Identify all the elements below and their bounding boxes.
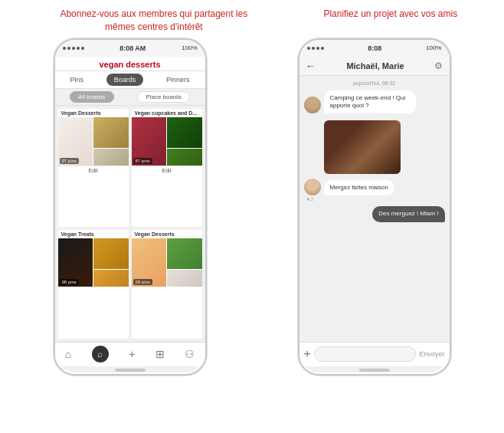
sender-avatar-1 (304, 97, 321, 113)
message-input[interactable] (314, 346, 417, 362)
board-card-vegan-cupcakes[interactable]: Vegan cupcakes and D... 87 pins (132, 109, 202, 227)
board1-title: Vegan Desserts (58, 109, 129, 117)
search-icon[interactable]: ⌕ (92, 346, 109, 362)
board2-images: 87 pins (132, 117, 202, 166)
phone2-screen: ← Michaël, Marie ⚙ aujourd'hui, 08:02 Ca… (299, 57, 450, 366)
board3-pin-count: 98 pins (60, 279, 79, 285)
message-row-2 (304, 118, 445, 174)
board2-main-img: 87 pins (132, 117, 167, 166)
phone2-chat-header: ← Michaël, Marie ⚙ (299, 57, 450, 76)
phone2-battery: 100% (426, 44, 441, 51)
add-icon[interactable]: + (129, 348, 135, 360)
sender-avatar-3 (304, 179, 321, 195)
back-button[interactable]: ← (306, 60, 316, 72)
board3-title: Vegan Treats (58, 230, 129, 238)
message-row-4: Des merguez ! Miam ! (304, 206, 445, 221)
left-caption: Abonnez-vous aux membres qui partagent l… (47, 8, 261, 34)
message-image (324, 120, 401, 174)
board2-edit[interactable]: Edit (132, 166, 202, 175)
board1-edit[interactable]: Edit (58, 166, 129, 175)
board1-pin-count: 97 pins (60, 158, 79, 164)
phone1-subtabs: All boards Place boards (55, 89, 205, 106)
phone1-screen: vegan desserts Pins Boards Pinners All b… (55, 57, 205, 366)
board4-images: 29 pins (132, 238, 202, 287)
board4-main-img: 29 pins (132, 238, 167, 287)
board-card-vegan-treats[interactable]: Vegan Treats 98 pins (58, 230, 129, 339)
home-icon[interactable]: ⌂ (65, 348, 71, 360)
phone1-battery: 100% (182, 44, 197, 51)
right-caption: Planifiez un projet avec vos amis (323, 8, 457, 34)
tab-pinners[interactable]: Pinners (159, 74, 198, 86)
board3-main-img: 98 pins (58, 238, 93, 287)
phone1-home-indicator (115, 369, 146, 372)
profile-icon[interactable]: ⚇ (185, 348, 195, 360)
activity-icon[interactable]: ⊞ (155, 348, 165, 360)
phone2-input-bar: + Envoyer (299, 342, 450, 366)
board2-title: Vegan cupcakes and D... (132, 109, 202, 117)
phone2-status-bar: 8:08 100% (299, 40, 450, 57)
messages-list: aujourd'hui, 08:02 Camping ce week-end !… (299, 76, 450, 342)
chat-contact-name: Michaël, Marie (346, 61, 404, 71)
board3-small-img2 (93, 270, 129, 287)
board4-small-img1 (167, 238, 202, 269)
phone-2: 8:08 100% ← Michaël, Marie ⚙ aujourd'hui… (298, 38, 451, 376)
message-bubble-3: Mergez faîtes maison (324, 180, 394, 195)
board2-pin-count: 87 pins (133, 158, 152, 164)
message-bubble-1: Camping ce week-end ! Qui apporte quoi ? (324, 90, 416, 114)
phone1-tabs: Pins Boards Pinners (55, 71, 205, 89)
phone1-status-bar: 8:08 AM 100% (55, 40, 205, 57)
board4-pin-count: 29 pins (133, 279, 152, 285)
board3-images: 98 pins (58, 238, 129, 287)
message-row-3: Mergez faîtes maison (304, 179, 394, 195)
subtab-all-boards[interactable]: All boards (70, 91, 114, 103)
board4-title: Vegan Desserts (132, 230, 202, 238)
tab-boards[interactable]: Boards (106, 74, 144, 86)
settings-icon[interactable]: ⚙ (434, 61, 443, 71)
board-card-vegan-desserts2[interactable]: Vegan Desserts 29 pins (132, 230, 202, 339)
board2-small-img2 (167, 149, 202, 166)
board1-small-img1 (93, 117, 129, 148)
phone1-search-title: vegan desserts (55, 60, 205, 69)
message-bubble-4: Des merguez ! Miam ! (372, 206, 444, 221)
phone2-time: 8:08 (368, 44, 381, 52)
board-card-vegan-desserts[interactable]: Vegan Desserts 97 pins Edit (58, 109, 129, 227)
signal-dots (63, 47, 84, 50)
board3-small-img1 (93, 238, 129, 269)
message-row-3-container: Mergez faîtes maison ♥ 2 (304, 179, 445, 202)
message-timestamp: aujourd'hui, 08:02 (304, 80, 445, 86)
board4-small-img2 (167, 270, 202, 287)
send-button[interactable]: Envoyer (419, 350, 444, 358)
board2-small-img1 (167, 117, 202, 148)
phone1-nav: vegan desserts (55, 57, 205, 71)
phone1-bottom-nav: ⌂ ⌕ + ⊞ ⚇ (55, 342, 205, 366)
message-likes: ♥ 2 (304, 197, 314, 202)
phone1-time: 8:08 AM (119, 44, 146, 52)
phone2-signal-dots (307, 47, 324, 50)
board1-main-img: 97 pins (58, 117, 93, 166)
board1-small-img2 (93, 149, 129, 166)
add-attachment-button[interactable]: + (304, 348, 311, 360)
header-captions: Abonnez-vous aux membres qui partagent l… (0, 0, 504, 38)
phone2-home-indicator (359, 369, 390, 372)
tab-pins[interactable]: Pins (62, 74, 91, 86)
boards-grid: Vegan Desserts 97 pins Edit (55, 106, 205, 342)
message-row-1: Camping ce week-end ! Qui apporte quoi ? (304, 90, 445, 114)
subtab-place-boards[interactable]: Place boards (137, 91, 190, 103)
phone-1: 8:08 AM 100% vegan desserts Pins Boards … (54, 38, 207, 376)
phones-container: 8:08 AM 100% vegan desserts Pins Boards … (0, 38, 504, 433)
board1-images: 97 pins (58, 117, 129, 166)
